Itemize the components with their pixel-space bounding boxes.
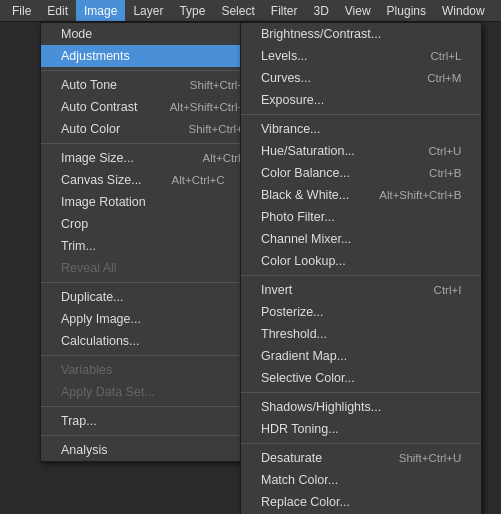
menu-item-apply-image-label: Apply Image... [61, 312, 141, 326]
menu-item-auto-contrast[interactable]: Auto Contrast Alt+Shift+Ctrl+L [41, 96, 271, 118]
menu-item-apply-data-set: Apply Data Set... [41, 381, 271, 403]
menu-item-threshold-label: Threshold... [261, 327, 327, 341]
menu-item-selective-color[interactable]: Selective Color... [241, 367, 481, 389]
menu-type[interactable]: Type [171, 0, 213, 21]
menu-item-image-rotation[interactable]: Image Rotation ► [41, 191, 271, 213]
menu-item-desaturate-shortcut: Shift+Ctrl+U [399, 452, 462, 464]
menu-item-reveal-all-label: Reveal All [61, 261, 117, 275]
menu-item-color-balance-label: Color Balance... [261, 166, 350, 180]
menu-item-curves[interactable]: Curves... Ctrl+M [241, 67, 481, 89]
menu-window[interactable]: Window [434, 0, 493, 21]
menu-item-black-white-shortcut: Alt+Shift+Ctrl+B [379, 189, 461, 201]
menu-item-color-balance[interactable]: Color Balance... Ctrl+B [241, 162, 481, 184]
menu-item-shadows-highlights[interactable]: Shadows/Highlights... [241, 396, 481, 418]
menu-item-canvas-size-shortcut: Alt+Ctrl+C [172, 174, 225, 186]
menu-item-match-color[interactable]: Match Color... [241, 469, 481, 491]
menu-item-color-balance-shortcut: Ctrl+B [429, 167, 461, 179]
menu-item-brightness-contrast[interactable]: Brightness/Contrast... [241, 23, 481, 45]
menu-filter[interactable]: Filter [263, 0, 306, 21]
menu-item-mode[interactable]: Mode ► [41, 23, 271, 45]
menu-help[interactable]: Help [493, 0, 501, 21]
menu-item-calculations[interactable]: Calculations... [41, 330, 271, 352]
menu-item-image-rotation-label: Image Rotation [61, 195, 146, 209]
menu-item-mode-label: Mode [61, 27, 92, 41]
menu-item-photo-filter[interactable]: Photo Filter... [241, 206, 481, 228]
menu-item-color-lookup-label: Color Lookup... [261, 254, 346, 268]
menu-item-hdr-toning[interactable]: HDR Toning... [241, 418, 481, 440]
menu-item-reveal-all: Reveal All [41, 257, 271, 279]
adj-separator-2 [241, 275, 481, 276]
menu-item-apply-image[interactable]: Apply Image... [41, 308, 271, 330]
menu-item-hue-saturation-label: Hue/Saturation... [261, 144, 355, 158]
menu-item-auto-tone-label: Auto Tone [61, 78, 117, 92]
menu-item-invert[interactable]: Invert Ctrl+I [241, 279, 481, 301]
menu-item-vibrance-label: Vibrance... [261, 122, 321, 136]
menu-file[interactable]: File [4, 0, 39, 21]
menu-item-replace-color-label: Replace Color... [261, 495, 350, 509]
menu-item-curves-label: Curves... [261, 71, 311, 85]
menu-view[interactable]: View [337, 0, 379, 21]
menu-item-calculations-label: Calculations... [61, 334, 140, 348]
menu-item-duplicate[interactable]: Duplicate... [41, 286, 271, 308]
menu-item-vibrance[interactable]: Vibrance... [241, 118, 481, 140]
menu-item-channel-mixer[interactable]: Channel Mixer... [241, 228, 481, 250]
menu-item-auto-color-label: Auto Color [61, 122, 120, 136]
separator-3 [41, 282, 271, 283]
menu-item-auto-tone[interactable]: Auto Tone Shift+Ctrl+L [41, 74, 271, 96]
menu-item-hdr-toning-label: HDR Toning... [261, 422, 339, 436]
menu-item-black-white-label: Black & White... [261, 188, 349, 202]
menu-item-threshold[interactable]: Threshold... [241, 323, 481, 345]
menu-item-shadows-highlights-label: Shadows/Highlights... [261, 400, 381, 414]
menu-item-gradient-map[interactable]: Gradient Map... [241, 345, 481, 367]
menubar: File Edit Image Layer Type Select Filter… [0, 0, 501, 22]
menu-item-canvas-size[interactable]: Canvas Size... Alt+Ctrl+C ► [41, 169, 271, 191]
adj-separator-1 [241, 114, 481, 115]
separator-6 [41, 435, 271, 436]
menu-item-image-size[interactable]: Image Size... Alt+Ctrl+I [41, 147, 271, 169]
menu-item-desaturate-label: Desaturate [261, 451, 322, 465]
menu-item-photo-filter-label: Photo Filter... [261, 210, 335, 224]
menu-item-posterize-label: Posterize... [261, 305, 324, 319]
menu-item-image-size-label: Image Size... [61, 151, 134, 165]
menu-item-hue-saturation[interactable]: Hue/Saturation... Ctrl+U [241, 140, 481, 162]
menu-item-trap-label: Trap... [61, 414, 97, 428]
menu-plugins[interactable]: Plugins [379, 0, 434, 21]
menu-item-exposure-label: Exposure... [261, 93, 324, 107]
separator-4 [41, 355, 271, 356]
menu-item-duplicate-label: Duplicate... [61, 290, 124, 304]
menu-item-color-lookup[interactable]: Color Lookup... [241, 250, 481, 272]
menu-item-invert-label: Invert [261, 283, 292, 297]
menu-item-channel-mixer-label: Channel Mixer... [261, 232, 351, 246]
menu-layer[interactable]: Layer [125, 0, 171, 21]
menu-item-posterize[interactable]: Posterize... [241, 301, 481, 323]
menu-item-brightness-contrast-label: Brightness/Contrast... [261, 27, 381, 41]
separator-5 [41, 406, 271, 407]
menu-select[interactable]: Select [213, 0, 262, 21]
menu-item-variables-label: Variables [61, 363, 112, 377]
separator-2 [41, 143, 271, 144]
menu-item-adjustments[interactable]: Adjustments ► [41, 45, 271, 67]
menu-item-desaturate[interactable]: Desaturate Shift+Ctrl+U [241, 447, 481, 469]
menu-item-trap[interactable]: Trap... [41, 410, 271, 432]
menu-item-analysis[interactable]: Analysis ► [41, 439, 271, 461]
menu-item-levels[interactable]: Levels... Ctrl+L [241, 45, 481, 67]
menu-item-auto-color[interactable]: Auto Color Shift+Ctrl+B [41, 118, 271, 140]
menu-item-crop[interactable]: Crop [41, 213, 271, 235]
menu-item-levels-label: Levels... [261, 49, 308, 63]
menu-3d[interactable]: 3D [305, 0, 336, 21]
menu-image[interactable]: Image [76, 0, 125, 21]
menu-item-auto-contrast-label: Auto Contrast [61, 100, 137, 114]
menu-item-levels-shortcut: Ctrl+L [430, 50, 461, 62]
menu-item-trim[interactable]: Trim... [41, 235, 271, 257]
adjustments-submenu: Brightness/Contrast... Levels... Ctrl+L … [240, 22, 482, 514]
menu-item-apply-data-set-label: Apply Data Set... [61, 385, 155, 399]
menu-item-adjustments-label: Adjustments [61, 49, 130, 63]
menu-item-variables: Variables ► [41, 359, 271, 381]
menu-item-black-white[interactable]: Black & White... Alt+Shift+Ctrl+B [241, 184, 481, 206]
adj-separator-4 [241, 443, 481, 444]
menu-item-crop-label: Crop [61, 217, 88, 231]
menu-item-replace-color[interactable]: Replace Color... [241, 491, 481, 513]
separator-1 [41, 70, 271, 71]
menu-item-exposure[interactable]: Exposure... [241, 89, 481, 111]
menu-edit[interactable]: Edit [39, 0, 76, 21]
